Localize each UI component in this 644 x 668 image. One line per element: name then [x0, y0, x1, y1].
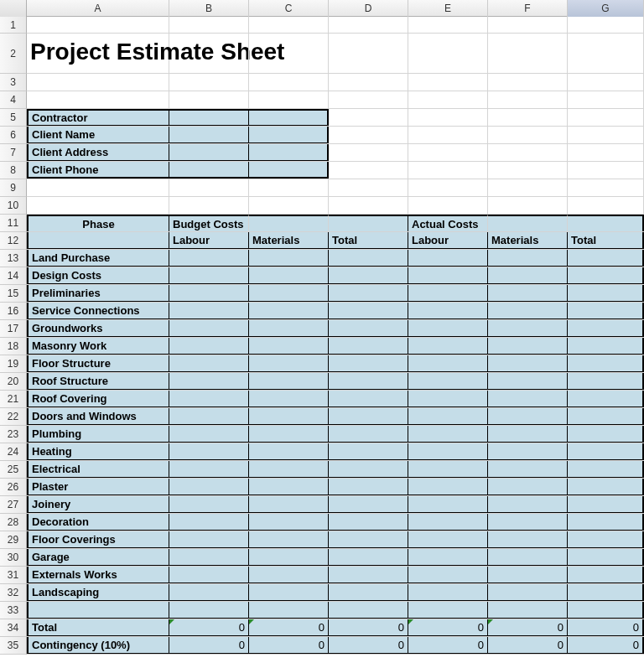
phase-value[interactable]: [169, 479, 249, 495]
cell[interactable]: [408, 91, 488, 108]
cell[interactable]: [329, 34, 408, 73]
client-value[interactable]: [169, 127, 249, 143]
phase-value[interactable]: [169, 584, 249, 601]
row-header[interactable]: 5: [0, 109, 27, 127]
cell[interactable]: [568, 127, 644, 143]
client-value[interactable]: [249, 109, 329, 126]
phase-label[interactable]: Externals Works: [27, 567, 169, 583]
phase-value[interactable]: [568, 373, 644, 390]
cell[interactable]: [488, 17, 568, 33]
row-header[interactable]: 24: [0, 443, 27, 461]
phase-value[interactable]: [329, 567, 408, 583]
phase-label[interactable]: Garage: [27, 549, 169, 566]
row-header[interactable]: 18: [0, 338, 27, 355]
phase-value[interactable]: [408, 496, 488, 513]
phase-value[interactable]: [488, 461, 568, 478]
row-header[interactable]: 28: [0, 514, 27, 531]
phase-value[interactable]: [169, 338, 249, 355]
phase-value[interactable]: [249, 531, 329, 548]
header-labour[interactable]: Labour: [169, 232, 249, 249]
cell[interactable]: [568, 91, 644, 108]
row-header[interactable]: 17: [0, 320, 27, 338]
phase-value[interactable]: [408, 443, 488, 460]
row-header[interactable]: 7: [0, 144, 27, 162]
header-phase[interactable]: Phase: [27, 215, 169, 231]
phase-label[interactable]: Electrical: [27, 461, 169, 478]
phase-value[interactable]: [488, 479, 568, 495]
phase-value[interactable]: [329, 426, 408, 443]
row-header[interactable]: 35: [0, 637, 27, 655]
row-header[interactable]: 8: [0, 162, 27, 179]
phase-value[interactable]: [169, 443, 249, 460]
cell[interactable]: [488, 197, 568, 214]
cell[interactable]: [568, 144, 644, 161]
select-all-corner[interactable]: [0, 0, 27, 17]
contingency-label[interactable]: Contingency (10%): [27, 637, 169, 654]
cell[interactable]: [329, 179, 408, 196]
phase-value[interactable]: [408, 391, 488, 407]
phase-value[interactable]: [568, 303, 644, 319]
phase-value[interactable]: [568, 250, 644, 267]
phase-value[interactable]: [488, 408, 568, 425]
phase-value[interactable]: [329, 338, 408, 355]
phase-value[interactable]: [169, 408, 249, 425]
cell[interactable]: [329, 17, 408, 33]
cell[interactable]: [249, 197, 329, 214]
col-header-c[interactable]: C: [249, 0, 329, 17]
header-materials[interactable]: Materials: [488, 232, 568, 249]
phase-value[interactable]: [488, 267, 568, 284]
header-materials[interactable]: Materials: [249, 232, 329, 249]
cell[interactable]: [568, 74, 644, 91]
phase-label[interactable]: Service Connections: [27, 303, 169, 319]
cell[interactable]: [488, 162, 568, 179]
phase-value[interactable]: [249, 285, 329, 302]
cell[interactable]: [169, 197, 249, 214]
phase-value[interactable]: [568, 514, 644, 531]
phase-label[interactable]: Plumbing: [27, 426, 169, 443]
row-header[interactable]: 25: [0, 461, 27, 479]
col-header-f[interactable]: F: [488, 0, 568, 17]
phase-value[interactable]: [329, 443, 408, 460]
phase-value[interactable]: [568, 320, 644, 337]
phase-value[interactable]: [568, 267, 644, 284]
phase-value[interactable]: [408, 531, 488, 548]
col-header-a[interactable]: A: [27, 0, 169, 17]
client-label[interactable]: Client Phone: [27, 162, 169, 179]
row-header[interactable]: 4: [0, 91, 27, 109]
phase-value[interactable]: [568, 443, 644, 460]
phase-value[interactable]: [329, 408, 408, 425]
phase-value[interactable]: [249, 303, 329, 319]
phase-value[interactable]: [249, 496, 329, 513]
row-header[interactable]: 23: [0, 426, 27, 443]
row-header[interactable]: 29: [0, 531, 27, 549]
phase-value[interactable]: [568, 567, 644, 583]
row-header[interactable]: 3: [0, 74, 27, 91]
total-value[interactable]: 0: [169, 619, 249, 636]
cell[interactable]: [568, 197, 644, 214]
client-label[interactable]: Contractor: [27, 109, 169, 126]
cell[interactable]: [408, 197, 488, 214]
phase-value[interactable]: [488, 514, 568, 531]
phase-value[interactable]: [169, 567, 249, 583]
phase-value[interactable]: [488, 285, 568, 302]
cell[interactable]: [27, 179, 169, 196]
cell[interactable]: [329, 197, 408, 214]
phase-value[interactable]: [568, 584, 644, 601]
cell[interactable]: [27, 17, 169, 33]
phase-value[interactable]: [169, 373, 249, 390]
cell[interactable]: [488, 179, 568, 196]
client-value[interactable]: [249, 127, 329, 143]
cell[interactable]: [488, 127, 568, 143]
phase-value[interactable]: [329, 531, 408, 548]
phase-value[interactable]: [568, 496, 644, 513]
phase-value[interactable]: [408, 355, 488, 372]
phase-value[interactable]: [408, 567, 488, 583]
phase-label[interactable]: Masonry Work: [27, 338, 169, 355]
header-actual[interactable]: Actual Costs: [408, 215, 488, 231]
phase-label[interactable]: Preliminaries: [27, 285, 169, 302]
phase-value[interactable]: [329, 267, 408, 284]
cell[interactable]: [568, 215, 644, 231]
contingency-value[interactable]: 0: [408, 637, 488, 654]
row-header[interactable]: 34: [0, 619, 27, 637]
phase-value[interactable]: [488, 303, 568, 319]
